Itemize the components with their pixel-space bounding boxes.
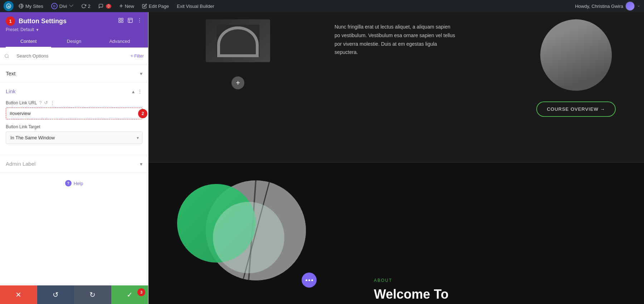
wordpress-logo[interactable]: W — [4, 1, 14, 11]
svg-rect-5 — [121, 18, 123, 20]
admin-bar-new[interactable]: + New — [116, 0, 137, 12]
help-label[interactable]: Help — [74, 181, 83, 186]
tab-design[interactable]: Design — [51, 36, 97, 48]
link-chevron-up-icon[interactable]: ▴ — [132, 89, 135, 94]
step-badge-1: 1 — [6, 16, 15, 26]
button-link-url-field: Button Link URL ? ↺ ⋮ 2 — [6, 100, 142, 119]
text-section: Text ▾ — [0, 65, 148, 83]
divi-label: Divi — [59, 4, 67, 9]
svg-rect-16 — [216, 25, 259, 57]
svg-rect-19 — [247, 42, 253, 50]
canvas-right: COURSE OVERVIEW → — [508, 12, 644, 162]
svg-rect-8 — [128, 18, 132, 23]
url-reset-icon[interactable]: ↺ — [44, 100, 48, 105]
floating-btn-dots — [306, 279, 313, 281]
tab-advanced[interactable]: Advanced — [97, 36, 142, 48]
course-btn-label: COURSE OVERVIEW → — [547, 106, 605, 112]
canvas-section2-left — [148, 163, 363, 304]
preset-arrow-icon: ▼ — [35, 28, 39, 32]
canvas-section-1: + Nunc fringilla erat ut lectus aliquet,… — [148, 12, 644, 162]
redo-button[interactable]: ↻ — [74, 285, 111, 304]
undo-button[interactable]: ↺ — [37, 285, 74, 304]
help-section: ? Help — [0, 173, 148, 194]
text-chevron-icon: ▾ — [140, 71, 142, 76]
dot-1 — [306, 279, 307, 281]
filter-button[interactable]: + Filter — [131, 54, 144, 59]
link-section-header[interactable]: Link ▴ ⋮ — [0, 83, 148, 100]
svg-point-17 — [225, 28, 250, 43]
link-section-title: Link — [6, 88, 16, 94]
welcome-title: Welcome To — [374, 286, 633, 302]
main-layout: 1 Button Settings Preset: Default — [0, 12, 644, 304]
link-section: Link ▴ ⋮ Button Link URL ? ↺ ⋮ — [0, 83, 148, 155]
cancel-button[interactable]: ✕ — [0, 285, 37, 304]
canvas-left: + — [148, 12, 327, 162]
link-section-icons: ▴ ⋮ — [132, 89, 142, 94]
canvas-area: + Nunc fringilla erat ut lectus aliquet,… — [148, 12, 644, 304]
button-link-target-field: Button Link Target In The Same Window In… — [6, 124, 142, 144]
panel-header-icons — [118, 18, 142, 25]
mysites-label: My Sites — [25, 4, 43, 9]
body-text: Nunc fringilla erat ut lectus aliquet, a… — [335, 23, 456, 57]
floating-action-button[interactable] — [302, 273, 317, 288]
admin-label-chevron-icon: ▾ — [140, 161, 142, 167]
svg-line-15 — [8, 57, 9, 58]
user-avatar — [625, 1, 635, 11]
url-more-icon[interactable]: ⋮ — [50, 100, 55, 105]
link-more-icon[interactable]: ⋮ — [137, 89, 142, 94]
url-input[interactable] — [6, 108, 142, 119]
admin-bar-mysites[interactable]: My Sites — [16, 0, 46, 12]
text-section-title: Text — [6, 70, 16, 76]
panel-header: 1 Button Settings Preset: Default — [0, 12, 148, 48]
svg-rect-18 — [223, 42, 229, 50]
admin-label-title: Admin Label — [6, 161, 35, 167]
comments-badge: 0 — [106, 4, 112, 9]
search-input[interactable] — [12, 50, 128, 61]
new-label: New — [125, 4, 134, 9]
admin-bar-updates[interactable]: 2 — [78, 0, 93, 12]
help-circle-icon: ? — [65, 180, 72, 186]
panel-title: Button Settings — [19, 18, 67, 25]
url-help-icon[interactable]: ? — [39, 100, 42, 105]
exit-builder-label: Exit Visual Builder — [177, 4, 214, 9]
link-target-select-wrapper: In The Same Window In The New Tab ▾ — [6, 131, 142, 144]
expand-icon[interactable] — [118, 18, 124, 25]
text-section-header[interactable]: Text ▾ — [0, 65, 148, 82]
button-link-target-label: Button Link Target — [6, 124, 142, 129]
canvas-section2-right: ABOUT Welcome To — [363, 163, 644, 304]
target-label-text: Button Link Target — [6, 124, 40, 129]
admin-label-section-header[interactable]: Admin Label ▾ — [0, 155, 148, 173]
svg-text:W: W — [8, 5, 10, 8]
svg-point-14 — [5, 54, 8, 57]
dot-2 — [308, 279, 310, 281]
tab-content[interactable]: Content — [6, 36, 51, 48]
svg-rect-4 — [119, 18, 121, 20]
add-content-button[interactable]: + — [231, 76, 244, 89]
panel-body: Text ▾ Link ▴ ⋮ Button Link — [0, 65, 148, 285]
admin-bar-comments[interactable]: 0 — [96, 0, 114, 12]
cancel-icon: ✕ — [15, 290, 21, 299]
admin-bar-howdy[interactable]: Howdy, Christina Gwira — [575, 1, 640, 11]
action-bar: ✕ ↺ ↻ ✓ 3 — [0, 285, 148, 304]
admin-bar-exit-builder[interactable]: Exit Visual Builder — [174, 0, 217, 12]
svg-rect-6 — [121, 21, 123, 23]
panel-tabs: Content Design Advanced — [6, 36, 142, 48]
svg-rect-7 — [119, 21, 121, 23]
edit-page-label: Edit Page — [149, 4, 169, 9]
course-overview-button[interactable]: COURSE OVERVIEW → — [536, 101, 616, 117]
layout-icon[interactable] — [127, 18, 133, 25]
search-icon — [4, 54, 9, 59]
preset-label[interactable]: Preset: Default ▼ — [6, 27, 142, 32]
search-bar: + Filter — [0, 48, 148, 65]
button-link-url-label: Button Link URL ? ↺ ⋮ — [6, 100, 142, 105]
link-section-content: Button Link URL ? ↺ ⋮ 2 — [0, 100, 148, 155]
redo-icon: ↻ — [89, 290, 96, 299]
admin-bar-divi[interactable]: D Divi — [48, 0, 76, 12]
link-target-select[interactable]: In The Same Window In The New Tab — [6, 131, 142, 144]
updates-count: 2 — [88, 4, 91, 9]
canvas-section-2: ABOUT Welcome To — [148, 163, 644, 304]
admin-bar-editpage[interactable]: Edit Page — [139, 0, 172, 12]
save-icon: ✓ — [127, 290, 133, 299]
save-button[interactable]: ✓ 3 — [111, 285, 148, 304]
more-options-icon[interactable] — [137, 18, 142, 25]
